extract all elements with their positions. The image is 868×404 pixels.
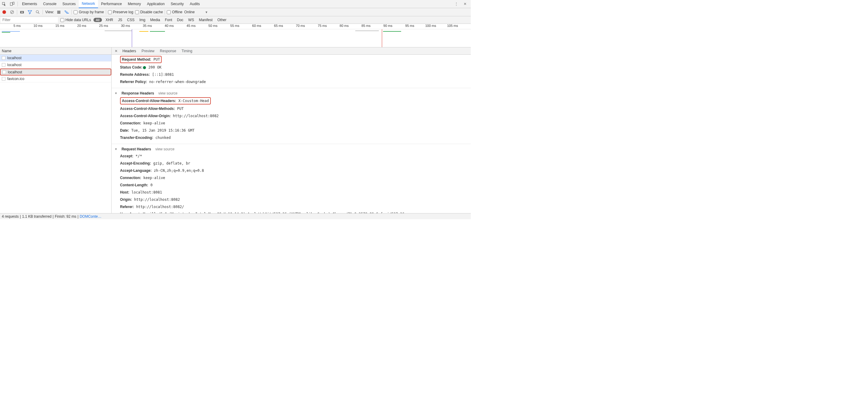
timeline-tick: 5 ms xyxy=(0,24,22,29)
preserve-log-label: Preserve log xyxy=(113,10,133,14)
filter-type-doc[interactable]: Doc xyxy=(176,18,185,22)
filter-icon[interactable] xyxy=(27,9,33,15)
request-row[interactable]: localhost xyxy=(0,55,111,62)
filter-type-all[interactable]: All xyxy=(93,18,102,22)
view-source-link[interactable]: view source xyxy=(155,147,174,151)
request-headers-section: ▼ Request Headers view source Accept: */… xyxy=(112,144,471,213)
filter-type-font[interactable]: Font xyxy=(164,18,174,22)
timeline-tick: 40 ms xyxy=(153,24,175,29)
filter-type-js[interactable]: JS xyxy=(117,18,123,22)
file-icon xyxy=(2,56,5,60)
filter-type-xhr[interactable]: XHR xyxy=(104,18,114,22)
large-rows-icon[interactable] xyxy=(56,9,62,15)
filter-type-css[interactable]: CSS xyxy=(126,18,136,22)
request-name: localhost xyxy=(7,63,22,67)
response-headers-section: ▼ Response Headers view source Access-Co… xyxy=(112,88,471,144)
request-row[interactable]: favicon.ico xyxy=(0,76,111,82)
svg-rect-0 xyxy=(10,2,13,5)
svg-rect-12 xyxy=(65,12,67,12)
tab-sources[interactable]: Sources xyxy=(59,0,79,8)
svg-rect-13 xyxy=(66,13,69,13)
offline-checkbox[interactable]: Offline xyxy=(167,10,182,14)
divider xyxy=(71,10,72,15)
header-row: Origin: http://localhost:8082 xyxy=(115,196,468,203)
header-row: Remote Address: [::1]:8081 xyxy=(115,71,468,78)
filter-type-ws[interactable]: WS xyxy=(187,18,195,22)
kebab-icon[interactable]: ⋮ xyxy=(452,0,460,8)
timeline-tick: 30 ms xyxy=(110,24,131,29)
tab-performance[interactable]: Performance xyxy=(98,0,125,8)
capture-screenshot-icon[interactable] xyxy=(19,9,25,15)
general-section: Request Method: PUTStatus Code:200 OKRem… xyxy=(112,55,471,88)
tab-console[interactable]: Console xyxy=(40,0,59,8)
timeline-tick: 60 ms xyxy=(241,24,263,29)
response-headers-title: Response Headers xyxy=(122,91,154,95)
tab-network[interactable]: Network xyxy=(79,0,98,8)
waterfall-view-icon[interactable] xyxy=(64,9,70,15)
timeline-tick: 85 ms xyxy=(350,24,372,29)
file-icon xyxy=(2,77,5,81)
view-source-link[interactable]: view source xyxy=(158,91,177,95)
timeline-tick: 25 ms xyxy=(88,24,110,29)
record-button[interactable] xyxy=(1,9,7,15)
header-row: Status Code:200 OK xyxy=(115,64,468,71)
close-detail-icon[interactable]: ✕ xyxy=(114,49,118,53)
triangle-down-icon[interactable]: ▼ xyxy=(115,92,117,95)
header-row: Accept-Encoding: gzip, deflate, br xyxy=(115,160,468,167)
view-label: View: xyxy=(45,10,54,14)
timeline-tick: 55 ms xyxy=(219,24,241,29)
header-row: Access-Control-Allow-Origin: http://loca… xyxy=(115,112,468,120)
tab-elements[interactable]: Elements xyxy=(19,0,40,8)
detail-tab-response[interactable]: Response xyxy=(160,49,176,53)
disable-cache-checkbox[interactable]: Disable cache xyxy=(135,10,163,14)
header-row: Accept-Language: zh-CN,zh;q=0.9,en;q=0.8 xyxy=(115,167,468,174)
timeline-tick: 35 ms xyxy=(131,24,153,29)
timeline-overview[interactable]: 5 ms10 ms15 ms20 ms25 ms30 ms35 ms40 ms4… xyxy=(0,24,471,48)
svg-line-7 xyxy=(38,13,39,14)
detail-tab-preview[interactable]: Preview xyxy=(142,49,154,53)
svg-rect-11 xyxy=(65,11,66,11)
header-row: Referer: http://localhost:8082/ xyxy=(115,203,468,210)
filter-type-media[interactable]: Media xyxy=(149,18,161,22)
filter-type-img[interactable]: Img xyxy=(138,18,147,22)
timeline-tick: 100 ms xyxy=(415,24,438,29)
status-finish: Finish: 92 ms xyxy=(55,214,76,219)
filter-type-manifest[interactable]: Manifest xyxy=(197,18,214,22)
name-column-header[interactable]: Name xyxy=(0,48,111,55)
detail-tab-headers[interactable]: Headers xyxy=(122,49,136,53)
header-row: Transfer-Encoding: chunked xyxy=(115,134,468,141)
svg-rect-9 xyxy=(57,12,61,13)
tab-security[interactable]: Security xyxy=(168,0,187,8)
divider xyxy=(106,10,106,15)
search-icon[interactable] xyxy=(35,9,41,15)
throttling-select[interactable]: Online xyxy=(184,10,195,14)
timeline-tick: 15 ms xyxy=(44,24,66,29)
chevron-down-icon[interactable]: ▼ xyxy=(205,10,208,14)
status-bar: 4 requests | 1.1 KB transferred | Finish… xyxy=(0,213,471,219)
request-row[interactable]: localhost xyxy=(0,68,111,76)
request-headers-title: Request Headers xyxy=(122,147,151,151)
timeline-tick: 105 ms xyxy=(437,24,459,29)
request-row[interactable]: localhost xyxy=(0,62,111,68)
tab-audits[interactable]: Audits xyxy=(187,0,203,8)
tab-memory[interactable]: Memory xyxy=(125,0,144,8)
filter-type-other[interactable]: Other xyxy=(216,18,228,22)
close-icon[interactable]: ✕ xyxy=(461,0,469,8)
device-toolbar-icon[interactable] xyxy=(8,0,16,8)
inspect-icon[interactable] xyxy=(0,0,8,8)
timeline-tick: 75 ms xyxy=(306,24,328,29)
detail-tab-timing[interactable]: Timing xyxy=(182,49,192,53)
filter-input[interactable] xyxy=(1,17,58,23)
hide-data-urls-checkbox[interactable]: Hide data URLs xyxy=(60,18,91,22)
group-by-frame-checkbox[interactable]: Group by frame xyxy=(73,10,104,14)
status-domcontent: DOMConte… xyxy=(80,214,101,219)
preserve-log-checkbox[interactable]: Preserve log xyxy=(108,10,133,14)
timeline-tick: 90 ms xyxy=(372,24,394,29)
triangle-down-icon[interactable]: ▼ xyxy=(115,148,117,151)
type-filters: AllXHRJSCSSImgMediaFontDocWSManifestOthe… xyxy=(93,18,228,22)
clear-icon[interactable] xyxy=(9,9,15,15)
divider xyxy=(42,10,43,15)
tab-application[interactable]: Application xyxy=(144,0,168,8)
divider xyxy=(18,1,18,6)
svg-rect-1 xyxy=(13,2,14,4)
